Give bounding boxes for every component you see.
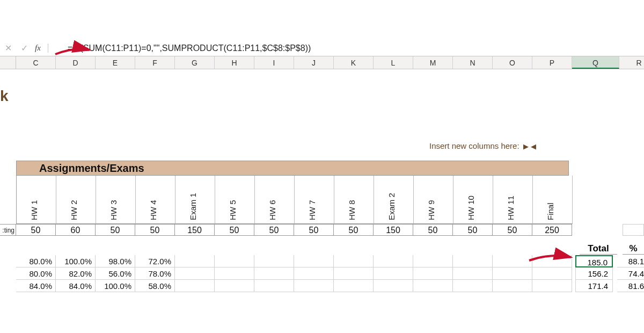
points-cell[interactable]: 60 [56, 224, 96, 236]
score-cell[interactable] [374, 280, 413, 292]
points-cell[interactable]: 50 [16, 224, 56, 236]
column-header-j[interactable]: J [294, 56, 334, 69]
column-header-d[interactable]: D [56, 56, 96, 69]
score-cell[interactable] [254, 280, 294, 292]
assignment-header[interactable]: HW 1 [17, 176, 56, 224]
points-cell[interactable]: 50 [334, 224, 374, 236]
column-header-i[interactable]: I [254, 56, 294, 69]
score-cell[interactable]: 98.0% [96, 255, 135, 267]
percent-cell[interactable]: 74.4 [617, 267, 644, 280]
score-cell[interactable]: 84.0% [16, 280, 56, 292]
points-cell[interactable]: 50 [493, 224, 532, 236]
score-cell[interactable] [413, 255, 453, 267]
total-cell[interactable]: 171.4 [575, 280, 613, 292]
score-cell[interactable] [374, 267, 413, 280]
total-cell[interactable]: 156.2 [575, 267, 613, 280]
sheet-area[interactable]: k Insert new columns here: ▶ ◀ Assignmen… [0, 69, 644, 333]
score-cell[interactable] [334, 267, 374, 280]
score-cell[interactable] [453, 267, 493, 280]
score-cell[interactable] [294, 267, 334, 280]
column-header-g[interactable]: G [175, 56, 215, 69]
assignment-header[interactable]: HW 6 [255, 176, 295, 224]
score-cell[interactable]: 80.0% [16, 267, 56, 280]
score-cell[interactable]: 80.0% [16, 255, 56, 267]
column-header-m[interactable]: M [413, 56, 453, 69]
percent-cell[interactable]: 88.1 [617, 255, 644, 267]
points-cell[interactable]: 50 [215, 224, 254, 236]
score-cell[interactable] [254, 255, 294, 267]
score-cell[interactable]: 84.0% [56, 280, 96, 292]
confirm-icon[interactable]: ✓ [16, 43, 32, 53]
score-cell[interactable] [254, 267, 294, 280]
score-cell[interactable] [493, 280, 532, 292]
score-cell[interactable] [493, 267, 532, 280]
score-cell[interactable]: 56.0% [96, 267, 135, 280]
points-cell[interactable]: 50 [96, 224, 135, 236]
score-cell[interactable] [294, 255, 334, 267]
score-cell[interactable] [334, 280, 374, 292]
score-cell[interactable]: 100.0% [96, 280, 135, 292]
score-cell[interactable] [215, 280, 254, 292]
column-header-p[interactable]: P [532, 56, 572, 69]
points-cell[interactable]: 50 [254, 224, 294, 236]
column-header-h[interactable]: H [215, 56, 254, 69]
formula-input[interactable] [48, 43, 644, 54]
points-cell[interactable]: 50 [135, 224, 175, 236]
assignment-header[interactable]: HW 2 [56, 176, 96, 224]
assignment-header[interactable]: HW 5 [215, 176, 255, 224]
assignment-header[interactable]: HW 8 [334, 176, 374, 224]
assignment-header[interactable]: HW 11 [493, 176, 533, 224]
column-header-l[interactable]: L [374, 56, 413, 69]
score-cell[interactable]: 58.0% [135, 280, 175, 292]
score-cell[interactable] [453, 255, 493, 267]
score-cell[interactable] [532, 255, 572, 267]
column-header-r[interactable]: R [619, 56, 644, 69]
points-cell[interactable]: 150 [374, 224, 413, 236]
score-cell[interactable]: 82.0% [56, 267, 96, 280]
assignment-header[interactable]: Exam 2 [374, 176, 414, 224]
assignment-header[interactable]: HW 9 [414, 176, 453, 224]
select-all-corner[interactable] [0, 56, 16, 69]
score-cell[interactable] [413, 267, 453, 280]
assignment-header[interactable]: HW 4 [136, 176, 175, 224]
points-cell[interactable]: 50 [294, 224, 334, 236]
score-cell[interactable] [413, 280, 453, 292]
total-header: Total [580, 243, 617, 255]
assignment-header[interactable]: Exam 1 [175, 176, 215, 224]
column-header-q[interactable]: Q [572, 56, 619, 69]
score-cell[interactable] [493, 255, 532, 267]
score-cell[interactable] [175, 280, 215, 292]
score-cell[interactable] [175, 255, 215, 267]
score-cell[interactable] [294, 280, 334, 292]
score-cell[interactable] [175, 267, 215, 280]
column-header-k[interactable]: K [334, 56, 374, 69]
points-cell[interactable]: 250 [532, 224, 572, 236]
score-cell[interactable] [215, 267, 254, 280]
assignment-header[interactable]: HW 7 [295, 176, 334, 224]
percent-cell[interactable]: 81.6 [617, 280, 644, 292]
fx-icon[interactable]: fx [32, 44, 48, 53]
score-cell[interactable]: 78.0% [135, 267, 175, 280]
score-cell[interactable] [334, 255, 374, 267]
score-cell[interactable] [374, 255, 413, 267]
cell[interactable] [623, 224, 644, 236]
points-cell[interactable]: 150 [175, 224, 215, 236]
assignment-header[interactable]: HW 10 [453, 176, 493, 224]
column-header-n[interactable]: N [453, 56, 493, 69]
score-cell[interactable]: 72.0% [135, 255, 175, 267]
column-header-o[interactable]: O [493, 56, 532, 69]
assignment-header[interactable]: HW 3 [96, 176, 136, 224]
score-cell[interactable] [532, 280, 572, 292]
score-cell[interactable] [453, 280, 493, 292]
points-cell[interactable]: 50 [413, 224, 453, 236]
column-header-c[interactable]: C [16, 56, 56, 69]
score-cell[interactable]: 100.0% [56, 255, 96, 267]
cancel-icon[interactable]: ✕ [0, 43, 16, 53]
score-cell[interactable] [215, 255, 254, 267]
assignment-header[interactable]: Final [533, 176, 573, 224]
total-cell-selected[interactable]: 185.0 [575, 255, 613, 267]
column-header-e[interactable]: E [96, 56, 135, 69]
score-cell[interactable] [532, 267, 572, 280]
points-cell[interactable]: 50 [453, 224, 493, 236]
column-header-f[interactable]: F [135, 56, 175, 69]
